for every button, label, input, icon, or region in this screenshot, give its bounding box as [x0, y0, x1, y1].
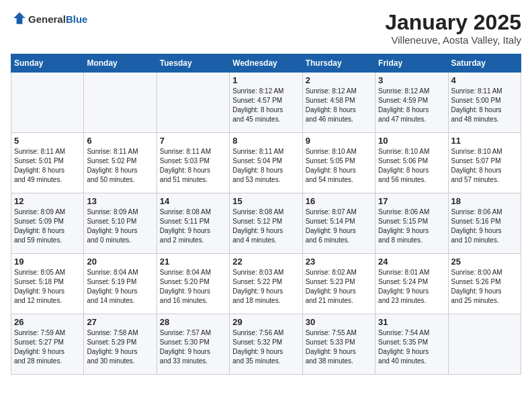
day-number: 30: [306, 317, 372, 327]
calendar-cell: 25Sunrise: 8:00 AMSunset: 5:26 PMDayligh…: [448, 254, 521, 314]
calendar-cell: 13Sunrise: 8:09 AMSunset: 5:10 PMDayligh…: [84, 193, 157, 254]
day-info: Sunrise: 7:55 AMSunset: 5:33 PMDaylight:…: [306, 328, 372, 366]
calendar-cell: 24Sunrise: 8:01 AMSunset: 5:24 PMDayligh…: [375, 254, 448, 314]
logo-icon: [12, 11, 27, 26]
day-info: Sunrise: 8:11 AMSunset: 5:00 PMDaylight:…: [451, 87, 518, 124]
day-info: Sunrise: 8:07 AMSunset: 5:14 PMDaylight:…: [306, 208, 372, 245]
day-info: Sunrise: 8:01 AMSunset: 5:24 PMDaylight:…: [378, 268, 445, 306]
day-number: 9: [306, 136, 372, 146]
day-header-monday: Monday: [84, 54, 157, 73]
calendar-cell: 23Sunrise: 8:02 AMSunset: 5:23 PMDayligh…: [302, 254, 375, 314]
calendar-subtitle: Villeneuve, Aosta Valley, Italy: [385, 34, 521, 46]
day-info: Sunrise: 8:10 AMSunset: 5:05 PMDaylight:…: [306, 147, 372, 185]
calendar-cell: 18Sunrise: 8:06 AMSunset: 5:16 PMDayligh…: [448, 193, 521, 254]
week-row-4: 19Sunrise: 8:05 AMSunset: 5:18 PMDayligh…: [11, 254, 521, 314]
day-number: 3: [378, 75, 445, 85]
calendar-cell: 7Sunrise: 8:11 AMSunset: 5:03 PMDaylight…: [157, 133, 229, 193]
day-info: Sunrise: 8:00 AMSunset: 5:26 PMDaylight:…: [451, 268, 518, 306]
day-header-sunday: Sunday: [11, 54, 84, 73]
day-info: Sunrise: 8:11 AMSunset: 5:03 PMDaylight:…: [160, 147, 226, 185]
day-info: Sunrise: 8:08 AMSunset: 5:12 PMDaylight:…: [232, 208, 299, 245]
week-row-1: 1Sunrise: 8:12 AMSunset: 4:57 PMDaylight…: [11, 73, 521, 133]
calendar-cell: [11, 73, 84, 133]
day-number: 19: [14, 257, 81, 267]
day-number: 13: [87, 196, 153, 206]
day-info: Sunrise: 8:04 AMSunset: 5:20 PMDaylight:…: [160, 268, 226, 306]
day-number: 25: [451, 257, 518, 267]
calendar-cell: 21Sunrise: 8:04 AMSunset: 5:20 PMDayligh…: [157, 254, 229, 314]
day-number: 29: [232, 317, 299, 327]
day-header-wednesday: Wednesday: [230, 54, 302, 73]
day-info: Sunrise: 8:10 AMSunset: 5:06 PMDaylight:…: [378, 147, 445, 185]
calendar-cell: 9Sunrise: 8:10 AMSunset: 5:05 PMDaylight…: [302, 133, 375, 193]
day-info: Sunrise: 8:09 AMSunset: 5:09 PMDaylight:…: [14, 208, 81, 245]
day-info: Sunrise: 8:03 AMSunset: 5:22 PMDaylight:…: [232, 268, 299, 306]
day-info: Sunrise: 8:02 AMSunset: 5:23 PMDaylight:…: [306, 268, 372, 306]
day-number: 24: [378, 257, 445, 267]
calendar-cell: 20Sunrise: 8:04 AMSunset: 5:19 PMDayligh…: [84, 254, 157, 314]
day-number: 7: [160, 136, 226, 146]
calendar-cell: 14Sunrise: 8:08 AMSunset: 5:11 PMDayligh…: [157, 193, 229, 254]
day-number: 16: [306, 196, 372, 206]
calendar-cell: 4Sunrise: 8:11 AMSunset: 5:00 PMDaylight…: [448, 73, 521, 133]
calendar-cell: 17Sunrise: 8:06 AMSunset: 5:15 PMDayligh…: [375, 193, 448, 254]
day-number: 22: [232, 257, 299, 267]
calendar-cell: 31Sunrise: 7:54 AMSunset: 5:35 PMDayligh…: [375, 314, 448, 375]
calendar-cell: 3Sunrise: 8:12 AMSunset: 4:59 PMDaylight…: [375, 73, 448, 133]
calendar-cell: 22Sunrise: 8:03 AMSunset: 5:22 PMDayligh…: [230, 254, 302, 314]
day-number: 11: [451, 136, 518, 146]
calendar-cell: 30Sunrise: 7:55 AMSunset: 5:33 PMDayligh…: [302, 314, 375, 375]
calendar-cell: [84, 73, 157, 133]
day-info: Sunrise: 7:58 AMSunset: 5:29 PMDaylight:…: [87, 328, 153, 366]
calendar-cell: [157, 73, 229, 133]
calendar-title: January 2025: [385, 11, 521, 34]
day-number: 2: [306, 75, 372, 85]
day-number: 31: [378, 317, 445, 327]
logo: GeneralBlue: [11, 11, 87, 28]
day-number: 21: [160, 257, 226, 267]
calendar-cell: 6Sunrise: 8:11 AMSunset: 5:02 PMDaylight…: [84, 133, 157, 193]
calendar-cell: 29Sunrise: 7:56 AMSunset: 5:32 PMDayligh…: [230, 314, 302, 375]
calendar-cell: 15Sunrise: 8:08 AMSunset: 5:12 PMDayligh…: [230, 193, 302, 254]
day-info: Sunrise: 8:05 AMSunset: 5:18 PMDaylight:…: [14, 268, 81, 306]
day-number: 5: [14, 136, 81, 146]
day-info: Sunrise: 7:59 AMSunset: 5:27 PMDaylight:…: [14, 328, 81, 366]
day-number: 8: [232, 136, 299, 146]
day-info: Sunrise: 8:12 AMSunset: 4:59 PMDaylight:…: [378, 87, 445, 124]
calendar-table: SundayMondayTuesdayWednesdayThursdayFrid…: [11, 54, 521, 375]
day-header-saturday: Saturday: [448, 54, 521, 73]
calendar-header-row: SundayMondayTuesdayWednesdayThursdayFrid…: [11, 54, 521, 73]
header: GeneralBlue January 2025 Villeneuve, Aos…: [11, 11, 521, 46]
calendar-cell: 8Sunrise: 8:11 AMSunset: 5:04 PMDaylight…: [230, 133, 302, 193]
logo-general: General: [28, 13, 66, 25]
day-number: 28: [160, 317, 226, 327]
calendar-cell: 10Sunrise: 8:10 AMSunset: 5:06 PMDayligh…: [375, 133, 448, 193]
calendar-cell: 19Sunrise: 8:05 AMSunset: 5:18 PMDayligh…: [11, 254, 84, 314]
day-info: Sunrise: 8:11 AMSunset: 5:02 PMDaylight:…: [87, 147, 153, 185]
day-info: Sunrise: 8:08 AMSunset: 5:11 PMDaylight:…: [160, 208, 226, 245]
day-number: 1: [232, 75, 299, 85]
day-number: 12: [14, 196, 81, 206]
calendar-cell: 26Sunrise: 7:59 AMSunset: 5:27 PMDayligh…: [11, 314, 84, 375]
logo-blue: Blue: [66, 13, 88, 25]
day-info: Sunrise: 7:56 AMSunset: 5:32 PMDaylight:…: [232, 328, 299, 366]
calendar-cell: 27Sunrise: 7:58 AMSunset: 5:29 PMDayligh…: [84, 314, 157, 375]
day-header-friday: Friday: [375, 54, 448, 73]
calendar-cell: 12Sunrise: 8:09 AMSunset: 5:09 PMDayligh…: [11, 193, 84, 254]
calendar-cell: 11Sunrise: 8:10 AMSunset: 5:07 PMDayligh…: [448, 133, 521, 193]
day-info: Sunrise: 7:54 AMSunset: 5:35 PMDaylight:…: [378, 328, 445, 366]
day-header-tuesday: Tuesday: [157, 54, 229, 73]
day-info: Sunrise: 8:11 AMSunset: 5:01 PMDaylight:…: [14, 147, 81, 185]
day-number: 4: [451, 75, 518, 85]
day-info: Sunrise: 8:06 AMSunset: 5:15 PMDaylight:…: [378, 208, 445, 245]
day-info: Sunrise: 8:06 AMSunset: 5:16 PMDaylight:…: [451, 208, 518, 245]
day-number: 20: [87, 257, 153, 267]
day-number: 15: [232, 196, 299, 206]
day-number: 6: [87, 136, 153, 146]
day-info: Sunrise: 8:12 AMSunset: 4:58 PMDaylight:…: [306, 87, 372, 124]
day-number: 23: [306, 257, 372, 267]
day-info: Sunrise: 8:11 AMSunset: 5:04 PMDaylight:…: [232, 147, 299, 185]
day-number: 17: [378, 196, 445, 206]
calendar-cell: 28Sunrise: 7:57 AMSunset: 5:30 PMDayligh…: [157, 314, 229, 375]
day-info: Sunrise: 8:10 AMSunset: 5:07 PMDaylight:…: [451, 147, 518, 185]
